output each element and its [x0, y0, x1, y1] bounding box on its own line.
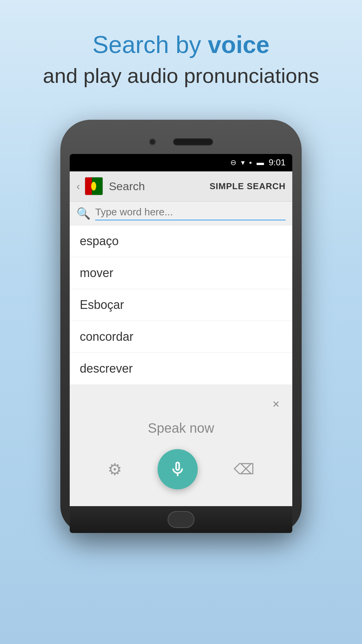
- phone-device: ⊖ ▾ ▪ ▬ 9:01 ‹ Search SIMPLE SEARCH: [60, 120, 302, 533]
- simple-search-button[interactable]: SIMPLE SEARCH: [209, 181, 286, 192]
- flag-icon: [85, 177, 103, 195]
- phone-top-bar: [70, 138, 292, 154]
- do-not-disturb-icon: ⊖: [230, 158, 236, 167]
- mic-icon: [169, 460, 187, 478]
- list-item[interactable]: espaço: [70, 225, 292, 257]
- search-input[interactable]: [95, 206, 286, 218]
- microphone-button[interactable]: [158, 449, 198, 489]
- phone-camera: [149, 138, 156, 146]
- phone-screen: ⊖ ▾ ▪ ▬ 9:01 ‹ Search SIMPLE SEARCH: [70, 154, 292, 506]
- headline-line2: and play audio pronunciations: [43, 62, 319, 90]
- status-bar: ⊖ ▾ ▪ ▬ 9:01: [70, 154, 292, 171]
- home-button[interactable]: [168, 511, 194, 528]
- close-icon[interactable]: ×: [270, 394, 282, 414]
- headline-bold-text: voice: [208, 31, 269, 58]
- search-input-area: 🔍: [70, 202, 292, 225]
- list-item[interactable]: descrever: [70, 353, 292, 384]
- headline-normal-text: Search by: [93, 31, 208, 58]
- app-toolbar: ‹ Search SIMPLE SEARCH: [70, 171, 292, 202]
- voice-controls: ⚙ ⌫: [80, 449, 282, 489]
- status-time: 9:01: [268, 157, 286, 168]
- voice-overlay: × Speak now ⚙ ⌫: [70, 384, 292, 506]
- settings-icon[interactable]: ⚙: [108, 460, 122, 479]
- phone-bottom-bar: [70, 506, 292, 533]
- back-icon[interactable]: ‹: [76, 180, 80, 193]
- voice-overlay-top: ×: [80, 394, 282, 414]
- list-item[interactable]: mover: [70, 257, 292, 289]
- phone-body: ⊖ ▾ ▪ ▬ 9:01 ‹ Search SIMPLE SEARCH: [60, 120, 302, 533]
- battery-icon: ▬: [256, 158, 264, 167]
- signal-icon: ▪: [249, 158, 252, 167]
- headline-section: Search by voice and play audio pronuncia…: [23, 30, 339, 90]
- list-item[interactable]: Esboçar: [70, 289, 292, 321]
- word-list: espaço mover Esboçar concordar descrever: [70, 225, 292, 384]
- list-item[interactable]: concordar: [70, 321, 292, 353]
- search-field-wrap: [95, 206, 286, 220]
- wifi-icon: ▾: [241, 158, 245, 167]
- search-icon: 🔍: [76, 207, 90, 220]
- phone-speaker: [173, 138, 213, 146]
- speak-now-text: Speak now: [80, 421, 282, 436]
- headline-line1: Search by voice: [43, 30, 319, 59]
- backspace-icon[interactable]: ⌫: [234, 461, 254, 478]
- toolbar-title: Search: [109, 180, 210, 193]
